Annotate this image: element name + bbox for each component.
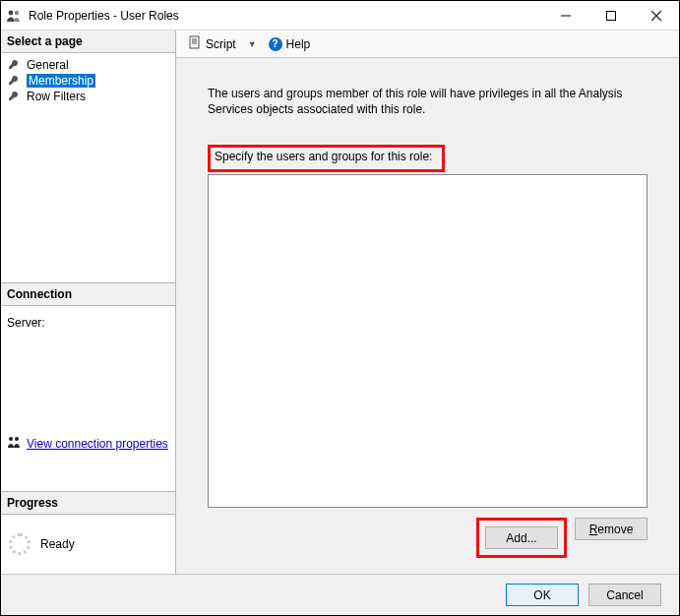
progress-spinner-icon <box>9 533 31 555</box>
minimize-button[interactable] <box>543 1 588 31</box>
svg-point-1 <box>15 10 19 14</box>
script-dropdown-icon[interactable]: ▼ <box>246 39 259 49</box>
window-title: Role Properties - User Roles <box>29 9 179 23</box>
script-icon <box>188 35 202 52</box>
page-item-label: Membership <box>27 74 95 88</box>
progress-section: Ready <box>1 515 175 574</box>
help-label: Help <box>286 37 311 51</box>
svg-point-4 <box>9 437 13 441</box>
toolbar: Script ▼ ? Help <box>176 31 679 58</box>
svg-point-5 <box>15 437 19 441</box>
title-bar: Role Properties - User Roles <box>1 1 679 31</box>
script-button[interactable]: Script <box>184 33 240 54</box>
close-button[interactable] <box>634 1 679 31</box>
maximize-button[interactable] <box>588 1 634 31</box>
specify-label: Specify the users and groups for this ro… <box>208 145 445 172</box>
svg-rect-6 <box>190 36 199 48</box>
svg-point-0 <box>9 10 14 15</box>
wrench-icon <box>7 59 21 71</box>
page-item-label: General <box>27 58 69 72</box>
connection-section: Server: View connection properties <box>1 306 175 492</box>
page-item-row-filters[interactable]: Row Filters <box>1 89 175 104</box>
page-item-general[interactable]: General <box>1 57 175 73</box>
help-icon: ? <box>269 37 282 51</box>
help-button[interactable]: ? Help <box>265 35 315 53</box>
script-label: Script <box>206 37 236 51</box>
svg-rect-3 <box>607 11 616 20</box>
cancel-button[interactable]: Cancel <box>588 584 661 606</box>
member-buttons-row: Add... Remove <box>208 508 648 564</box>
progress-header: Progress <box>1 491 175 515</box>
view-connection-link[interactable]: View connection properties <box>27 437 168 451</box>
svg-rect-2 <box>561 15 571 16</box>
right-panel: Script ▼ ? Help The users and groups mem… <box>176 31 679 574</box>
ok-button[interactable]: OK <box>506 584 579 606</box>
remove-button[interactable]: Remove <box>575 518 648 540</box>
progress-status: Ready <box>40 537 75 551</box>
page-item-membership[interactable]: Membership <box>1 73 175 89</box>
roles-icon <box>5 7 23 25</box>
wrench-icon <box>7 91 21 102</box>
add-highlight: Add... <box>476 518 567 558</box>
add-button[interactable]: Add... <box>485 526 558 549</box>
page-item-label: Row Filters <box>27 90 86 103</box>
description-text: The users and groups member of this role… <box>208 86 648 117</box>
pages-list: General Membership Row Filters <box>1 53 175 108</box>
wrench-icon <box>7 75 21 87</box>
left-panel: Select a page General Membership Row Fil… <box>1 31 176 574</box>
pages-header: Select a page <box>1 31 175 53</box>
connection-icon <box>7 435 21 452</box>
dialog-footer: OK Cancel <box>1 574 679 615</box>
connection-header: Connection <box>1 282 175 306</box>
server-label: Server: <box>7 316 169 330</box>
members-listbox[interactable] <box>208 174 648 508</box>
